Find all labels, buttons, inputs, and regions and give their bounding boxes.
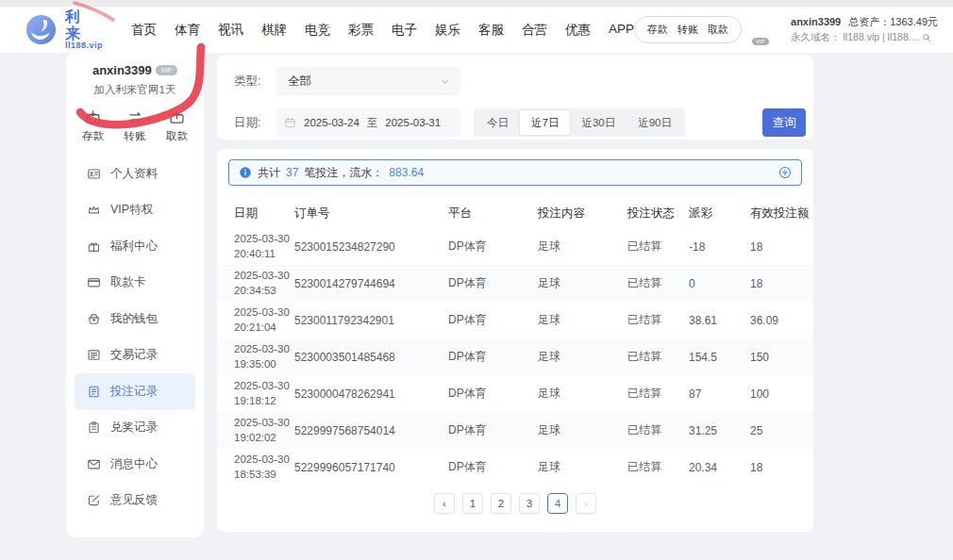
assets-value: 1363.49元 — [890, 16, 938, 27]
sidebar-item-bank-card[interactable]: 取款卡 — [75, 265, 195, 302]
cell-payout: 20.34 — [689, 461, 750, 474]
nav-item[interactable]: 客服 — [478, 22, 504, 39]
nav-item[interactable]: 体育 — [175, 22, 200, 39]
date-from-value: 2025-03-24 — [304, 117, 359, 128]
cell-content: 足球 — [538, 349, 627, 365]
header-user-block[interactable]: VIP anxin3399总资产：1363.49元 永久域名：ll188.vip… — [754, 13, 938, 47]
sidebar-item-crown[interactable]: VIP特权 — [75, 192, 195, 229]
wallet-icon — [87, 312, 101, 326]
table-row: 2025-03-3019:35:00 5230003501485468 DP体育… — [217, 338, 813, 375]
sidebar-item-redeem[interactable]: 兑奖记录 — [75, 410, 195, 447]
gift-icon — [87, 239, 101, 254]
quick-range-button[interactable]: 近7日 — [520, 110, 570, 135]
sidebar-item-feedback[interactable]: 意见反馈 — [75, 483, 195, 519]
plus-circle-icon[interactable] — [778, 166, 792, 179]
domain-line: 永久域名：ll188.vip | ll188.... — [791, 30, 938, 45]
cell-order: 5229996057171740 — [294, 461, 448, 474]
nav-item[interactable]: 首页 — [131, 22, 157, 39]
quick-action[interactable]: 存款 — [82, 109, 104, 143]
page-button[interactable]: 2 — [491, 493, 511, 514]
cell-payout: -18 — [689, 240, 750, 254]
wallet-action[interactable]: 转账 — [677, 23, 698, 37]
nav-item[interactable]: APP — [609, 22, 634, 39]
cell-status: 已结算 — [627, 422, 689, 438]
table-row: 2025-03-3020:34:53 5230014279744694 DP体育… — [217, 265, 813, 302]
username: anxin3399 — [791, 16, 841, 27]
page-button[interactable]: 4 — [547, 493, 568, 514]
search-button[interactable]: 查询 — [762, 108, 806, 137]
site-logo[interactable]: 利 来 ll188.vip — [25, 8, 105, 51]
search-icon[interactable] — [922, 33, 931, 42]
cell-content: 足球 — [538, 422, 627, 438]
sidebar-item-wallet[interactable]: 我的钱包 — [75, 301, 195, 338]
nav-item[interactable]: 视讯 — [218, 22, 243, 39]
sidebar-item-gift[interactable]: 福利中心 — [75, 228, 195, 265]
type-select[interactable]: 全部 — [276, 67, 460, 95]
column-header: 日期 — [234, 206, 294, 222]
quick-action[interactable]: 取款 — [166, 109, 188, 143]
cell-valid: 18 — [750, 461, 830, 474]
cell-status: 已结算 — [627, 386, 689, 402]
cell-date: 2025-03-3020:34:53 — [234, 269, 294, 298]
table-row: 2025-03-3018:53:39 5229996057171740 DP体育… — [217, 449, 813, 486]
table-row: 2025-03-3019:18:12 5230000478262941 DP体育… — [217, 375, 813, 412]
cell-platform: DP体育 — [448, 349, 538, 365]
date-range-input[interactable]: 2025-03-24 至 2025-03-31 — [276, 108, 460, 137]
page-button[interactable]: 1 — [462, 493, 483, 514]
sidebar-item-transaction-list[interactable]: 交易记录 — [75, 338, 195, 374]
summary-middle: 笔投注，流水： — [304, 165, 383, 181]
page-button[interactable]: 3 — [519, 493, 540, 514]
domain-value: ll188.vip | ll188.... — [844, 30, 920, 45]
next-page-button[interactable]: › — [576, 493, 596, 514]
cell-date: 2025-03-3020:40:11 — [234, 232, 294, 261]
bet-records-card: 共计 37 笔投注，流水： 883.64 日期订单号平台投注内容投注状态派彩有效… — [217, 149, 813, 532]
cell-platform: DP体育 — [448, 459, 538, 475]
quick-action[interactable]: 转账 — [125, 109, 146, 143]
column-header: 投注内容 — [538, 206, 627, 222]
vip-badge: VIP — [751, 37, 770, 46]
cell-status: 已结算 — [627, 275, 689, 291]
cell-content: 足球 — [538, 312, 627, 328]
vip-badge: VIP — [156, 65, 177, 75]
info-icon — [239, 166, 252, 179]
top-nav-bar: 利 来 ll188.vip 首页体育视讯棋牌电竞彩票电子娱乐客服合营优惠APP … — [0, 7, 953, 53]
cell-status: 已结算 — [627, 239, 689, 255]
wallet-action[interactable]: 取款 — [708, 23, 728, 37]
cell-payout: 87 — [689, 387, 750, 401]
cell-status: 已结算 — [627, 349, 689, 365]
logo-domain: ll188.vip — [65, 41, 105, 51]
prev-page-button[interactable]: ‹ — [434, 493, 455, 514]
nav-item[interactable]: 优惠 — [565, 22, 591, 39]
nav-item[interactable]: 娱乐 — [435, 22, 460, 39]
cell-platform: DP体育 — [448, 386, 538, 402]
nav-item[interactable]: 电子 — [392, 22, 417, 39]
sidebar-item-id-card[interactable]: 个人资料 — [75, 156, 195, 192]
wallet-action[interactable]: 存款 — [647, 23, 668, 37]
cell-order: 5229997568754014 — [294, 424, 448, 437]
bet-record-icon — [87, 385, 101, 399]
cell-payout: 0 — [689, 277, 750, 290]
nav-item[interactable]: 彩票 — [348, 22, 374, 39]
quick-range-button[interactable]: 近90日 — [627, 110, 683, 135]
bet-count: 37 — [286, 166, 298, 179]
summary-prefix: 共计 — [258, 165, 280, 181]
pagination: ‹1234› — [217, 493, 813, 514]
cell-platform: DP体育 — [448, 239, 538, 255]
table-row: 2025-03-3020:21:04 5230011792342901 DP体育… — [217, 302, 813, 338]
quick-range-button[interactable]: 今日 — [476, 110, 520, 135]
filter-card: 类型: 全部 日期: 2025-03-24 至 2025-03-31 今日近7日… — [217, 55, 813, 140]
column-header: 派彩 — [689, 206, 750, 222]
nav-item[interactable]: 电竞 — [305, 22, 330, 39]
sidebar-item-mail[interactable]: 消息中心 — [75, 446, 195, 483]
nav-item[interactable]: 棋牌 — [261, 22, 287, 39]
transaction-list-icon — [87, 348, 101, 362]
domain-label: 永久域名： — [791, 30, 841, 45]
top-edge-strip — [0, 0, 953, 7]
quick-range-button[interactable]: 近30日 — [570, 110, 627, 135]
column-header: 平台 — [448, 206, 538, 222]
nav-item[interactable]: 合营 — [522, 22, 547, 39]
sidebar-item-bet-record[interactable]: 投注记录 — [75, 373, 195, 410]
cell-payout: 154.5 — [689, 351, 750, 364]
feedback-icon — [87, 493, 101, 507]
cell-status: 已结算 — [627, 459, 689, 475]
